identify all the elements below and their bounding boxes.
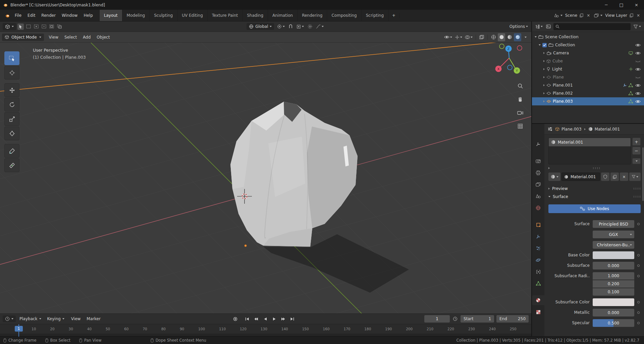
ortho-toggle-button[interactable]	[516, 122, 525, 131]
disclosure-icon[interactable]	[539, 44, 541, 46]
snap-target-dropdown[interactable]	[296, 24, 305, 29]
workspace-tab[interactable]: Shading	[243, 10, 268, 21]
playhead[interactable]: 1	[18, 324, 19, 337]
preview-section-header[interactable]: Preview	[548, 185, 641, 193]
outliner-row-plane-003[interactable]: Plane.003	[532, 97, 644, 105]
view-layer-button[interactable]	[592, 13, 604, 18]
play-button[interactable]	[270, 315, 278, 323]
viewport-menu-item[interactable]: View	[46, 35, 61, 40]
maximize-button[interactable]: □	[614, 0, 629, 10]
material-name-field[interactable]: Material.001	[561, 173, 600, 181]
tab-output[interactable]	[532, 168, 544, 178]
active-tool-button[interactable]	[17, 23, 24, 30]
timeline-ruler[interactable]: 1020304050607080901001101201301401501601…	[0, 324, 531, 334]
proportional-editing-toggle[interactable]	[307, 24, 313, 29]
fake-user-button[interactable]	[601, 173, 609, 181]
workspace-tab[interactable]: UV Editing	[177, 10, 208, 21]
tab-scene[interactable]	[532, 191, 544, 201]
outliner-editor-type-button[interactable]	[534, 24, 543, 29]
frame-end-field[interactable]: End 250	[496, 315, 529, 323]
select-mode-intersect[interactable]	[56, 23, 62, 30]
gizmos-dropdown[interactable]	[454, 33, 463, 41]
disclosure-icon[interactable]	[548, 167, 550, 169]
shading-rendered-button[interactable]	[514, 33, 521, 41]
distribution-dropdown[interactable]: GGX	[593, 231, 634, 238]
select-mode-new[interactable]	[25, 23, 32, 30]
interaction-mode-dropdown[interactable]: Object Mode	[2, 34, 44, 41]
snap-toggle[interactable]	[288, 24, 293, 29]
transform-orientation-dropdown[interactable]: Global	[247, 23, 274, 30]
workspace-tab[interactable]: Sculpting	[150, 10, 177, 21]
proportional-falloff-dropdown[interactable]	[315, 24, 324, 29]
disclosure-icon[interactable]	[543, 92, 545, 94]
menubar-item[interactable]: Render	[38, 10, 59, 21]
tab-material[interactable]	[532, 295, 544, 305]
shading-wireframe-button[interactable]	[490, 33, 497, 41]
surface-shader-dropdown[interactable]: Principled BSD	[593, 220, 634, 228]
tab-physics[interactable]	[532, 255, 544, 265]
subsurface-color-swatch[interactable]	[593, 298, 634, 306]
workspace-tab[interactable]: Rendering	[298, 10, 327, 21]
breadcrumb-object[interactable]: Plane.003	[555, 127, 582, 132]
timeline-menu-item[interactable]: Keying	[44, 316, 67, 321]
outliner-search-input[interactable]	[553, 23, 631, 30]
zoom-button[interactable]	[516, 82, 525, 90]
decorator-dot[interactable]	[636, 272, 641, 280]
outliner-row-plane-002[interactable]: Plane.002	[532, 89, 644, 97]
grip-dots-icon[interactable]	[593, 167, 600, 169]
outliner-display-mode-button[interactable]	[545, 24, 551, 29]
workspace-tab[interactable]: Modeling	[122, 10, 150, 21]
tab-view-layer[interactable]	[532, 180, 544, 189]
camera-view-button[interactable]	[516, 108, 525, 117]
disclosure-icon[interactable]	[543, 84, 545, 86]
new-view-layer-button[interactable]	[628, 12, 634, 18]
visibility-toggle[interactable]	[635, 59, 641, 63]
scene-name[interactable]: Scene	[565, 13, 578, 18]
editor-type-button[interactable]	[3, 23, 16, 30]
outliner-row-collection[interactable]: Collection	[532, 41, 644, 49]
select-box-tool[interactable]	[4, 51, 19, 65]
decorator-dot[interactable]	[636, 251, 641, 259]
subsurface-method-dropdown[interactable]: Christensen-Bu..	[593, 241, 634, 249]
rotate-tool[interactable]	[4, 98, 19, 111]
move-tool[interactable]	[4, 83, 19, 97]
workspace-tab[interactable]: Animation	[268, 10, 298, 21]
navigation-gizmo[interactable]: Z X Y	[492, 43, 529, 80]
minimize-button[interactable]: ─	[599, 0, 614, 10]
unlink-material-button[interactable]: ×	[620, 173, 628, 181]
disclosure-icon[interactable]	[543, 52, 545, 54]
xray-toggle[interactable]	[478, 33, 485, 41]
viewport-menu-item[interactable]: Select	[61, 35, 80, 40]
base-color-swatch[interactable]	[593, 251, 634, 259]
jump-to-start-button[interactable]	[243, 315, 251, 323]
blender-menu-button[interactable]	[3, 13, 12, 18]
use-nodes-button[interactable]: Use Nodes	[548, 204, 641, 213]
radius-z-field[interactable]: 0.100	[593, 288, 634, 296]
decorator-dot[interactable]	[636, 220, 641, 228]
playhead-frame-badge[interactable]: 1	[15, 326, 23, 332]
visibility-toggle[interactable]	[635, 67, 641, 71]
tab-modifiers[interactable]	[532, 232, 544, 241]
outliner-row-plane[interactable]: Plane	[532, 73, 644, 81]
timeline-menu-item[interactable]: Marker	[84, 316, 103, 321]
pan-button[interactable]	[516, 95, 525, 104]
workspace-tab[interactable]: Scripting	[362, 10, 388, 21]
outliner-row-camera[interactable]: Camera	[532, 49, 644, 57]
tab-tool[interactable]	[532, 139, 544, 149]
new-scene-button[interactable]	[578, 12, 584, 18]
transform-tool[interactable]	[4, 127, 19, 140]
material-specials-button[interactable]	[632, 158, 641, 164]
cursor-tool[interactable]	[4, 66, 19, 80]
decorator-dot[interactable]	[636, 319, 641, 327]
preview-range-clock-button[interactable]	[452, 316, 458, 322]
properties-scrollbar[interactable]	[642, 147, 644, 201]
shading-options-dropdown[interactable]	[522, 33, 529, 41]
disclosure-icon[interactable]	[543, 100, 545, 102]
annotate-tool[interactable]	[4, 144, 19, 158]
add-workspace-button[interactable]: +	[388, 13, 399, 18]
decorator-dot[interactable]	[636, 309, 641, 316]
select-mode-subtract[interactable]	[41, 23, 47, 30]
select-mode-invert[interactable]	[48, 23, 55, 30]
outliner-filter-button[interactable]	[633, 24, 642, 29]
visibility-toggle[interactable]	[635, 92, 641, 95]
